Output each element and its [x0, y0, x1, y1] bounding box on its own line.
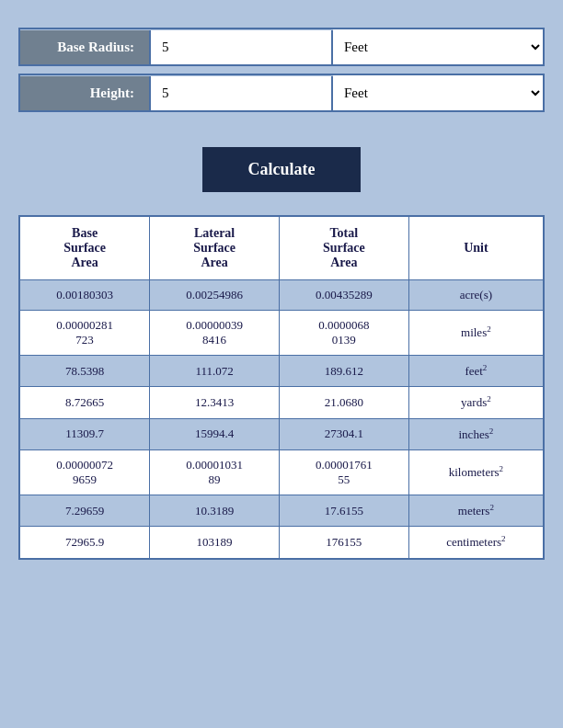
cell-total: 189.612 — [279, 356, 408, 387]
cell-unit: miles2 — [408, 311, 544, 356]
height-label: Height: — [20, 76, 149, 110]
cell-base: 0.00180303 — [19, 280, 150, 311]
cell-total: 27304.1 — [279, 418, 408, 449]
calculate-button[interactable]: Calculate — [202, 147, 362, 192]
cell-lateral: 15994.4 — [150, 418, 280, 449]
cell-base: 72965.9 — [19, 527, 150, 559]
cell-unit: kilometers2 — [408, 449, 544, 495]
height-input[interactable] — [149, 76, 333, 110]
cell-base: 11309.7 — [19, 418, 150, 449]
cell-lateral: 111.072 — [150, 356, 280, 387]
table-row: 0.000000729659 0.0000103189 0.0000176155… — [19, 449, 544, 495]
cell-total: 0.00000680139 — [279, 311, 408, 356]
table-header-row: BaseSurfaceArea LateralSurfaceArea Total… — [19, 216, 544, 280]
cell-base: 0.000000729659 — [19, 449, 150, 495]
cell-base: 7.29659 — [19, 495, 150, 526]
main-container: Base Radius: Feet Miles Yards Inches Kil… — [18, 18, 545, 560]
base-radius-row: Base Radius: Feet Miles Yards Inches Kil… — [18, 28, 545, 66]
cell-unit: feet2 — [408, 356, 544, 387]
results-table: BaseSurfaceArea LateralSurfaceArea Total… — [18, 215, 545, 560]
table-row: 8.72665 12.3413 21.0680 yards2 — [19, 387, 544, 418]
table-row: 78.5398 111.072 189.612 feet2 — [19, 356, 544, 387]
table-row: 11309.7 15994.4 27304.1 inches2 — [19, 418, 544, 449]
cell-lateral: 10.3189 — [150, 495, 280, 526]
cell-unit: yards2 — [408, 387, 544, 418]
cell-total: 0.0000176155 — [279, 449, 408, 495]
table-row: 0.00180303 0.00254986 0.00435289 acre(s) — [19, 280, 544, 311]
col-header-total-surface: TotalSurfaceArea — [279, 216, 408, 280]
cell-total: 0.00435289 — [279, 280, 408, 311]
cell-lateral: 0.00254986 — [150, 280, 280, 311]
cell-total: 21.0680 — [279, 387, 408, 418]
col-header-base-surface: BaseSurfaceArea — [19, 216, 150, 280]
cell-base: 78.5398 — [19, 356, 150, 387]
cell-unit: acre(s) — [408, 280, 544, 311]
table-row: 7.29659 10.3189 17.6155 meters2 — [19, 495, 544, 526]
cell-lateral: 103189 — [150, 527, 280, 559]
col-header-lateral-surface: LateralSurfaceArea — [150, 216, 280, 280]
button-section: Calculate — [18, 147, 545, 192]
cell-lateral: 0.0000103189 — [150, 449, 280, 495]
cell-unit: centimeters2 — [408, 527, 544, 559]
col-header-unit: Unit — [408, 216, 544, 280]
table-row: 0.00000281723 0.000000398416 0.000006801… — [19, 311, 544, 356]
cell-lateral: 0.000000398416 — [150, 311, 280, 356]
cell-base: 8.72665 — [19, 387, 150, 418]
base-radius-input[interactable] — [149, 30, 333, 64]
cell-unit: inches2 — [408, 418, 544, 449]
table-row: 72965.9 103189 176155 centimeters2 — [19, 527, 544, 559]
cell-total: 17.6155 — [279, 495, 408, 526]
cell-unit: meters2 — [408, 495, 544, 526]
cell-base: 0.00000281723 — [19, 311, 150, 356]
input-section: Base Radius: Feet Miles Yards Inches Kil… — [18, 18, 545, 129]
base-radius-unit-select[interactable]: Feet Miles Yards Inches Kilometers Meter… — [333, 29, 543, 64]
base-radius-label: Base Radius: — [20, 30, 149, 64]
height-row: Height: Feet Miles Yards Inches Kilomete… — [18, 74, 545, 112]
cell-total: 176155 — [279, 527, 408, 559]
cell-lateral: 12.3413 — [150, 387, 280, 418]
height-unit-select[interactable]: Feet Miles Yards Inches Kilometers Meter… — [333, 75, 543, 110]
